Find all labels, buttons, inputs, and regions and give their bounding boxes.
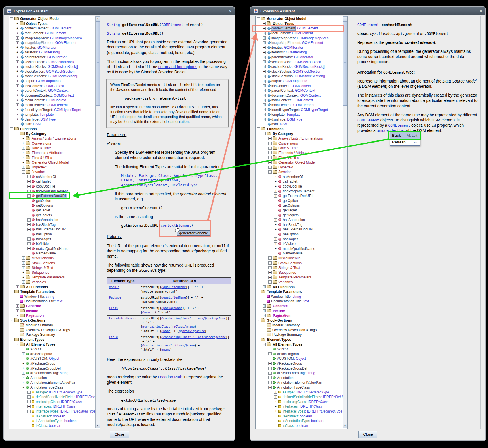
tree-item[interactable]: −AnnotationTypeClass — [256, 385, 343, 390]
expand-toggle[interactable]: + — [263, 118, 266, 121]
expand-toggle[interactable]: + — [27, 242, 31, 245]
tree-item[interactable]: +copyDocFile — [9, 184, 95, 189]
expand-toggle[interactable]: + — [22, 142, 25, 145]
tree-item[interactable]: getOption — [256, 198, 343, 203]
tree-item[interactable]: +Hypertext — [256, 165, 343, 170]
doc-link[interactable]: ExecutableMember — [109, 317, 137, 320]
tree-item[interactable]: +#PackageGroup — [9, 361, 95, 366]
tree-item[interactable]: +documentContext : GOMContext — [256, 93, 343, 98]
expand-toggle[interactable]: + — [263, 60, 266, 63]
expand-toggle[interactable]: + — [263, 46, 266, 49]
expand-toggle[interactable]: + — [268, 367, 272, 370]
tree-item[interactable]: +isVisible — [256, 241, 343, 246]
expand-toggle[interactable]: + — [268, 137, 272, 140]
doc-link[interactable]: @name — [162, 348, 170, 351]
expand-toggle[interactable]: + — [274, 190, 277, 193]
tree-item[interactable]: getTaglets — [9, 213, 95, 218]
expand-toggle[interactable]: + — [27, 194, 31, 198]
expand-toggle[interactable]: + — [16, 314, 19, 317]
tree-item[interactable]: +asType : IDREF ^DeclaredType — [256, 390, 343, 395]
tree-item[interactable]: +#BlockTagInfo — [9, 352, 95, 357]
tree-item[interactable]: +contextElement : GOMElement — [9, 26, 95, 31]
expand-toggle[interactable]: + — [16, 103, 19, 106]
expand-toggle[interactable]: + — [22, 256, 25, 260]
tree-item[interactable]: +interfaces : IDREF[] ^Class — [256, 404, 343, 409]
tree-item[interactable]: −Element Types — [9, 337, 95, 342]
expand-toggle[interactable]: + — [268, 261, 272, 265]
tree-item[interactable]: +stockSection : GOMStockSection — [9, 69, 95, 74]
expand-toggle[interactable]: + — [16, 89, 19, 92]
expand-toggle[interactable]: + — [27, 228, 31, 231]
expand-toggle[interactable]: − — [22, 170, 25, 174]
expand-toggle[interactable]: + — [16, 304, 19, 308]
expand-toggle[interactable]: + — [22, 352, 25, 355]
expand-toggle[interactable]: + — [22, 261, 25, 265]
tree-item[interactable]: +#PackageGroupDef — [256, 366, 343, 371]
expand-toggle[interactable]: + — [22, 280, 25, 284]
tree-item[interactable]: +stockSections : GOMStockSection[] — [9, 74, 95, 79]
tree-item[interactable]: −Element Types — [256, 337, 343, 342]
expand-toggle[interactable]: + — [268, 372, 272, 375]
expand-toggle[interactable]: + — [22, 266, 25, 269]
tree-item[interactable]: +Miscellaneous — [9, 256, 95, 261]
tree-item[interactable]: −Functions — [9, 127, 95, 132]
expand-toggle[interactable]: + — [274, 247, 277, 250]
expand-toggle[interactable]: + — [274, 175, 277, 178]
tree-item[interactable]: +iterators : GOMIterator[] — [9, 50, 95, 55]
tree-item[interactable]: +copyDocFile — [256, 184, 343, 189]
expand-toggle[interactable]: + — [27, 175, 31, 178]
tree-item[interactable]: Documentation Title : text — [9, 299, 95, 304]
expand-toggle[interactable]: − — [257, 17, 260, 20]
expand-toggle[interactable]: + — [16, 80, 19, 83]
expand-toggle[interactable]: + — [263, 80, 266, 83]
tree-item[interactable]: −Template Parameters — [256, 289, 343, 294]
scrollbar-thumb[interactable] — [343, 21, 347, 106]
expand-toggle[interactable]: + — [268, 142, 272, 145]
tree-item[interactable]: NamedValue — [256, 251, 343, 256]
tree-item[interactable]: +Stock-Sections — [256, 260, 343, 265]
tree-item[interactable]: isClass : boolean — [9, 423, 95, 428]
menu-item-back[interactable]: Back Alt-Left — [390, 132, 420, 139]
tree-item[interactable]: +Strings & Text — [9, 265, 95, 270]
tree-item[interactable]: +All Functions — [256, 284, 343, 289]
tree-item[interactable]: +definedSerializableFields : IDREF ^Fiel… — [256, 395, 343, 400]
tree-item[interactable]: +sectionBlock : GOMSectionBlock — [256, 59, 343, 64]
expand-toggle[interactable]: + — [263, 65, 266, 68]
expand-toggle[interactable]: + — [16, 84, 19, 87]
expand-toggle[interactable]: + — [263, 32, 266, 35]
doc-link[interactable]: @name — [142, 311, 151, 314]
expand-toggle[interactable]: + — [274, 228, 277, 231]
tree-item[interactable]: +Files & URLs — [256, 155, 343, 160]
tree-item[interactable]: +Annotation.ElementValuePair — [9, 380, 95, 385]
expand-toggle[interactable]: + — [274, 410, 277, 413]
tree-item[interactable]: Package Summary — [9, 332, 95, 337]
expand-toggle[interactable]: + — [16, 309, 19, 312]
close-button[interactable]: Close — [358, 431, 377, 438]
scrollbar-thumb[interactable] — [96, 21, 100, 106]
close-button[interactable]: Close — [110, 431, 129, 438]
tree-item[interactable]: +mainContext : GOMContext — [256, 98, 343, 103]
doc-link[interactable]: DeclaredType — [171, 183, 198, 187]
expand-toggle[interactable]: − — [16, 132, 19, 135]
expand-toggle[interactable]: + — [268, 166, 272, 169]
expand-toggle[interactable]: + — [274, 185, 277, 188]
expand-toggle[interactable]: − — [10, 127, 13, 130]
expand-toggle[interactable]: + — [27, 218, 31, 222]
scroll-up-icon[interactable]: ▲ — [343, 16, 347, 21]
scroll-up-icon[interactable]: ▲ — [96, 16, 100, 21]
tree-item[interactable]: +#PseudoBlockTag : string — [9, 371, 95, 376]
tree-item[interactable]: +hasAnnotation — [9, 218, 95, 222]
tree-item[interactable]: isAbstract : boolean — [256, 414, 343, 419]
window-close-icon[interactable]: × — [480, 9, 483, 14]
tree-item[interactable]: +Object Types — [9, 21, 95, 26]
tree-item[interactable]: +sectionBlocks : GOMSectionBlock[] — [256, 64, 343, 69]
doc-link[interactable]: @containingClass^::Class/@packageName — [162, 317, 226, 320]
expand-toggle[interactable]: + — [16, 285, 19, 288]
tree-item[interactable]: dsm : DSM — [9, 122, 95, 127]
tree-item[interactable]: +contextElement : GOMElement — [256, 26, 343, 31]
expand-toggle[interactable]: + — [16, 70, 19, 73]
tree-item[interactable]: +iterators : GOMIterator[] — [256, 50, 343, 55]
expand-toggle[interactable]: + — [22, 372, 25, 375]
expand-toggle[interactable]: − — [257, 290, 260, 293]
tree-item[interactable]: +Annotation.ElementValuePair — [256, 380, 343, 385]
